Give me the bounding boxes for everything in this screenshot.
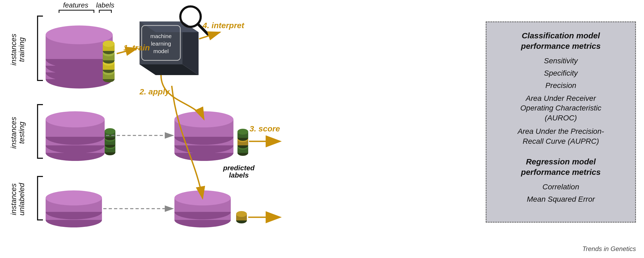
step2-label: 2. apply bbox=[139, 87, 170, 96]
unlabeled-label: unlabeled bbox=[17, 183, 26, 216]
unlabeled-instances-label: instances bbox=[9, 183, 18, 215]
ml-text1: machine bbox=[150, 33, 171, 39]
metric-correlation: Correlation bbox=[543, 183, 579, 191]
pred-unlab-label-t1 bbox=[236, 211, 247, 217]
metric-specificity: Specificity bbox=[544, 69, 578, 78]
ml-text2: learning bbox=[151, 40, 171, 47]
metric-mse: Mean Squared Error bbox=[527, 195, 595, 204]
ml-text3: model bbox=[153, 48, 169, 54]
unlabeled-bracket bbox=[38, 176, 43, 220]
metric-precision: Precision bbox=[545, 81, 576, 90]
predicted-labels-text: predicted bbox=[223, 164, 255, 172]
metric-auprc: Area Under the Precision-Recall Curve (A… bbox=[518, 127, 604, 146]
train-cyl-top1 bbox=[46, 25, 113, 44]
metric-sensitivity: Sensitivity bbox=[544, 57, 578, 65]
testing-instances-label: instances bbox=[9, 117, 18, 149]
trends-label: Trends in Genetics bbox=[582, 245, 636, 253]
training-instances-label: instances bbox=[9, 34, 18, 65]
training-label: training bbox=[17, 37, 26, 62]
classification-title: Classification model performance metrics bbox=[497, 30, 624, 51]
test-label-cyl-t1 bbox=[105, 128, 115, 134]
features-label: features bbox=[63, 1, 88, 9]
regression-title: Regression modelperformance metrics bbox=[521, 156, 601, 177]
labels-label: labels bbox=[96, 1, 114, 9]
train-label-cyl-t1 bbox=[103, 40, 115, 47]
interpret-arrow bbox=[199, 32, 220, 39]
testing-label: testing bbox=[17, 121, 26, 144]
pred-test-label-t1 bbox=[237, 129, 248, 135]
step1-label: 1. train bbox=[123, 43, 150, 52]
testing-bracket bbox=[38, 105, 43, 158]
diagram-area: training instances features labels bbox=[0, 0, 644, 258]
metrics-box: Classification model performance metrics… bbox=[486, 21, 636, 223]
training-bracket bbox=[38, 16, 43, 80]
metric-auroc: Area Under ReceiverOperating Characteris… bbox=[520, 94, 601, 123]
main-container: training instances features labels bbox=[0, 0, 644, 258]
step3-label: 3. score bbox=[250, 124, 280, 133]
unlab-cyl-t1 bbox=[46, 190, 102, 205]
test-cyl-t1 bbox=[46, 111, 105, 127]
step4-label: 4. interpret bbox=[202, 21, 245, 30]
diagram-svg: training instances features labels bbox=[0, 0, 443, 258]
predicted-labels-text2: labels bbox=[229, 171, 249, 179]
